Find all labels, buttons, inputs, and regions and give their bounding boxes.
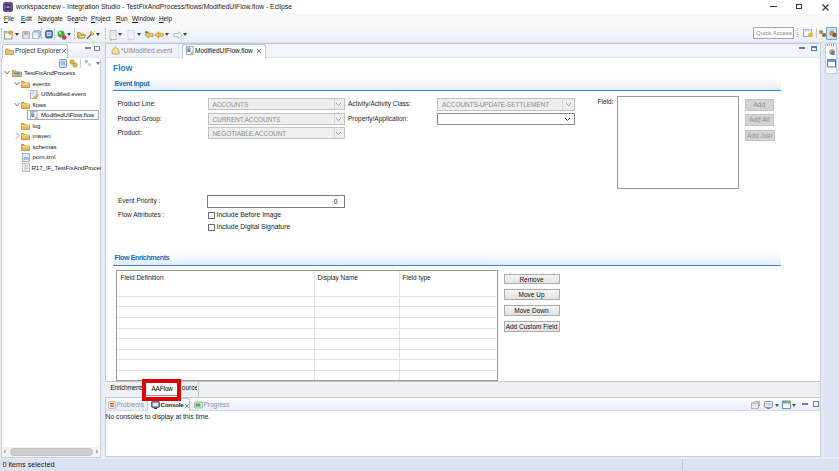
svg-text:m: m (23, 155, 28, 161)
